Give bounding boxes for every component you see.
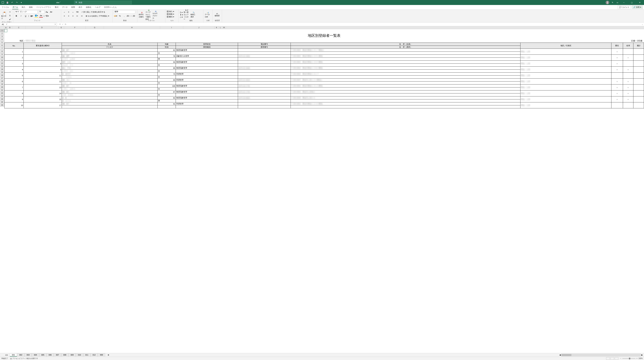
col-header-A[interactable]: A (4, 26, 8, 29)
conditional-format-button[interactable]: ▦条件付き書式 (138, 11, 145, 19)
col-header-K[interactable]: K (215, 26, 219, 29)
percent-icon[interactable]: % (118, 14, 122, 18)
autosave-icon[interactable] (1, 1, 5, 4)
sheet-tab-004[interactable]: 004 (32, 353, 39, 356)
row-header-19[interactable]: 19 (0, 83, 4, 86)
indent-inc-icon[interactable]: ⇥ (80, 14, 83, 18)
orientation-icon[interactable]: ⟲▾ (76, 10, 79, 14)
sheet-tab-011[interactable]: 011 (83, 353, 90, 356)
zoom-slider[interactable] (622, 358, 636, 359)
close-button[interactable]: ✕ (636, 0, 643, 5)
cut-icon[interactable]: ✂ (8, 10, 12, 14)
filename-dropdown-icon[interactable]: ˅ (60, 2, 61, 4)
col-header-L[interactable]: L (219, 26, 222, 29)
sheet-nav-prev-icon[interactable]: ◀ ▶ (5, 354, 8, 356)
sheet-tab-005[interactable]: 005 (39, 353, 46, 356)
tab-review[interactable]: 校閲 (71, 5, 75, 9)
row-headers[interactable]: 1234567891011121314151617181920212223242… (0, 29, 4, 107)
tab-insert[interactable]: 挿入 (21, 5, 26, 9)
col-header-I[interactable]: I (160, 26, 183, 29)
row-header-13[interactable]: 13 (0, 65, 4, 68)
col-header-B[interactable]: B (8, 26, 12, 29)
comma-icon[interactable]: , (122, 14, 126, 18)
col-header-D[interactable]: D (26, 26, 58, 29)
qat-more-icon[interactable]: ▾ (20, 1, 23, 4)
tab-help[interactable]: ヘルプ (94, 5, 101, 9)
merge-center-button[interactable]: ⊞ セルを結合して中央揃え ▾ (86, 15, 109, 17)
tab-draw[interactable]: 描画 (28, 5, 33, 9)
tryit-icon[interactable]: ✎ (610, 1, 614, 4)
sheet-tab-009[interactable]: 009 (68, 353, 76, 356)
fill-icon[interactable]: ⬇ ▾ (180, 14, 183, 16)
row-header-4[interactable]: 4 (0, 38, 4, 41)
tab-home[interactable]: ホーム (12, 5, 18, 9)
row-header-17[interactable]: 17 (0, 77, 4, 80)
cell-styles-button[interactable]: ▦セルのスタイル (152, 11, 159, 19)
row-header-9[interactable]: 9 (0, 53, 4, 56)
align-center-icon[interactable]: ≡ (67, 14, 70, 18)
row-header-12[interactable]: 12 (0, 62, 4, 65)
decrease-font-icon[interactable]: A▾ (49, 10, 53, 14)
column-headers[interactable]: ABCDEFGHIJKLM (4, 26, 644, 29)
save-icon[interactable]: 💾 (6, 1, 9, 4)
row-header-25[interactable]: 25 (0, 101, 4, 104)
accessibility-status[interactable]: 🕮 アクセシビリティ: 検討が必要です (10, 357, 38, 360)
find-select-button[interactable]: 🔍検索と選択 (190, 11, 197, 19)
row-header-7[interactable]: 7 (0, 47, 4, 50)
col-header-J[interactable]: J (183, 26, 215, 29)
undo-icon[interactable]: ↶ (10, 1, 14, 4)
font-name-select[interactable]: ＭＳ ゴシック (14, 10, 38, 14)
cancel-formula-icon[interactable]: ✕ (59, 23, 61, 25)
indent-dec-icon[interactable]: ⇤ (76, 14, 79, 18)
select-all-corner[interactable] (0, 26, 4, 29)
zoom-out-button[interactable]: − (620, 357, 621, 359)
font-color-icon[interactable]: A▾ (39, 14, 43, 18)
row-header-20[interactable]: 20 (0, 86, 4, 89)
sheet-tab-999[interactable]: 999 (98, 353, 105, 356)
add-sheet-button[interactable]: ⊕ (107, 354, 110, 356)
sheet-tab-008[interactable]: 008 (61, 353, 68, 356)
row-header-18[interactable]: 18 (0, 80, 4, 83)
col-header-C[interactable]: C (12, 26, 26, 29)
col-header-G[interactable]: G (86, 26, 104, 29)
account-avatar[interactable] (606, 1, 609, 4)
sheet-tab-007[interactable]: 007 (54, 353, 61, 356)
row-header-21[interactable]: 21 (0, 89, 4, 92)
sheet-tab-001[interactable]: 001 (10, 353, 17, 356)
inc-decimal-icon[interactable]: .00→ (127, 14, 130, 18)
expand-formula-icon[interactable]: ⌄ (641, 23, 644, 25)
align-left-icon[interactable]: ≡ (62, 14, 66, 18)
sheet-tab-012[interactable]: 012 (90, 353, 98, 356)
share-button[interactable]: 🔗 共有 ▾ (632, 6, 643, 9)
row-header-24[interactable]: 24 (0, 98, 4, 101)
tab-automate[interactable]: 自動化 (86, 5, 92, 9)
zoom-in-button[interactable]: + (636, 357, 638, 359)
data-analysis-button[interactable]: 📊データ分析 (205, 11, 211, 19)
row-header-6[interactable]: 6 (0, 44, 4, 47)
row-header-10[interactable]: 10 (0, 56, 4, 59)
align-right-icon[interactable]: ≡ (71, 14, 75, 18)
copy-icon[interactable]: ⎘ (8, 14, 12, 17)
underline-icon[interactable]: U (24, 14, 28, 18)
row-header-1[interactable]: 1 (0, 29, 4, 32)
col-header-H[interactable]: H (104, 26, 160, 29)
format-painter-icon[interactable]: 🖌 (8, 18, 12, 21)
font-size-select[interactable]: 11 (38, 10, 44, 14)
paste-button[interactable]: 貼り付け (1, 12, 8, 20)
row-header-15[interactable]: 15 (0, 71, 4, 74)
delete-cells-button[interactable]: ▦ 削除 ▾ (167, 13, 174, 16)
insert-cells-button[interactable]: ▦ 挿入 ▾ (167, 10, 174, 13)
format-table-button[interactable]: ▦テーブルとして書式設定 (146, 11, 152, 19)
zoom-level[interactable]: 100% (638, 357, 643, 359)
row-header-23[interactable]: 23 (0, 95, 4, 98)
align-top-icon[interactable]: ⫠ (62, 10, 66, 14)
hscroll-left-icon[interactable]: ◀ (559, 354, 561, 356)
col-header-M[interactable]: M (222, 26, 226, 29)
row-header-26[interactable]: 26 (0, 104, 4, 107)
hscroll-right-icon[interactable]: ▶ (641, 354, 643, 356)
row-header-8[interactable]: 8 (0, 50, 4, 53)
number-format-select[interactable]: 標準 (114, 10, 135, 14)
redo-icon[interactable]: ↷ (15, 1, 18, 4)
col-header-F[interactable]: F (64, 26, 86, 29)
wrap-text-button[interactable]: ⤶ 折り返して全体を表示する (81, 11, 105, 13)
